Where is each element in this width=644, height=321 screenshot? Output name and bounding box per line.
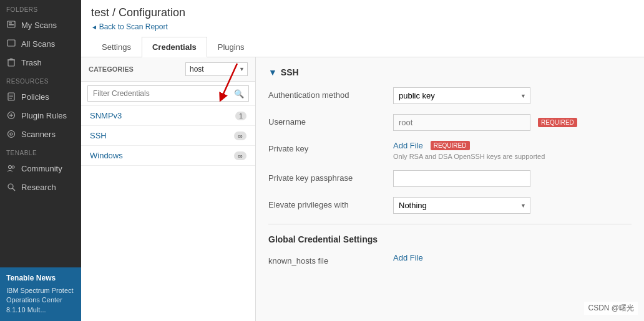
auth-method-select-wrapper[interactable]: public key password certificate xyxy=(393,87,530,104)
svg-rect-2 xyxy=(9,24,14,26)
svg-point-16 xyxy=(9,166,12,169)
private-key-add-file-link[interactable]: Add File xyxy=(393,141,423,150)
content-area: CATEGORIES host 🔍 SNMPv3 1 SSH ∞ xyxy=(81,57,644,321)
elevate-group: Elevate privileges with Nothing sudo su … xyxy=(268,197,632,214)
collapse-icon[interactable]: ▼ xyxy=(268,67,277,77)
svg-point-18 xyxy=(8,184,13,189)
scanners-icon xyxy=(6,129,16,139)
svg-rect-4 xyxy=(8,60,14,66)
sidebar: FOLDERS My Scans All Scans Trash RESOURC… xyxy=(0,0,81,321)
sidebar-item-policies[interactable]: Policies xyxy=(0,87,81,106)
cred-count-snmpv3: 1 xyxy=(235,112,246,120)
page-header: test / Configuration Back to Scan Report… xyxy=(81,0,644,57)
elevate-control: Nothing sudo su pbrun xyxy=(393,197,632,214)
policies-icon xyxy=(6,92,16,102)
cred-name-windows: Windows xyxy=(90,151,123,160)
known-hosts-control: Add File xyxy=(393,253,632,262)
svg-rect-3 xyxy=(7,40,15,46)
news-content: IBM Spectrum Protect Operations Center 8… xyxy=(6,286,75,315)
svg-rect-6 xyxy=(10,59,12,60)
global-cred-title: Global Credential Settings xyxy=(268,234,632,244)
tab-settings[interactable]: Settings xyxy=(91,37,142,57)
credential-list: SNMPv3 1 SSH ∞ Windows ∞ xyxy=(81,106,255,321)
svg-line-19 xyxy=(12,188,15,191)
folders-label: FOLDERS xyxy=(0,0,81,16)
filter-credentials-input[interactable] xyxy=(87,85,249,102)
auth-method-dropdown[interactable]: public key password certificate xyxy=(393,87,530,104)
resources-label: RESOURCES xyxy=(0,72,81,87)
svg-rect-9 xyxy=(9,97,13,97)
private-key-group: Private key Add File REQUIRED Only RSA a… xyxy=(268,141,632,160)
elevate-dropdown[interactable]: Nothing sudo su pbrun xyxy=(393,197,530,214)
sidebar-item-research[interactable]: Research xyxy=(0,178,81,196)
auth-method-group: Authentication method public key passwor… xyxy=(268,87,632,104)
svg-point-14 xyxy=(8,131,15,138)
watermark: CSDN @曙光 xyxy=(584,302,638,315)
tab-bar: Settings Credentials Plugins xyxy=(91,36,634,57)
cred-count-ssh: ∞ xyxy=(234,132,246,140)
elevate-select-wrapper[interactable]: Nothing sudo su pbrun xyxy=(393,197,530,214)
known-hosts-add-file-link[interactable]: Add File xyxy=(393,253,632,262)
my-scans-label: My Scans xyxy=(21,21,57,30)
sidebar-item-my-scans[interactable]: My Scans xyxy=(0,16,81,34)
passphrase-control xyxy=(393,170,632,187)
trash-icon xyxy=(6,57,16,67)
cred-item-windows[interactable]: Windows ∞ xyxy=(81,146,255,166)
cred-name-ssh: SSH xyxy=(90,131,107,140)
category-select-wrapper[interactable]: host xyxy=(185,62,248,76)
page-title: test / Configuration xyxy=(91,6,634,19)
categories-label: CATEGORIES xyxy=(89,65,134,73)
cred-count-windows: ∞ xyxy=(234,151,246,160)
private-key-label: Private key xyxy=(268,141,393,153)
auth-method-label: Authentication method xyxy=(268,87,393,100)
auth-method-control: public key password certificate xyxy=(393,87,632,104)
sidebar-item-plugin-rules[interactable]: Plugin Rules xyxy=(0,106,81,125)
private-key-control: Add File REQUIRED Only RSA and DSA OpenS… xyxy=(393,141,632,160)
tenable-news-panel: Tenable News IBM Spectrum Protect Operat… xyxy=(0,267,81,321)
category-dropdown[interactable]: host xyxy=(185,62,248,76)
passphrase-input[interactable] xyxy=(393,170,530,187)
svg-point-17 xyxy=(12,166,14,168)
plugin-rules-label: Plugin Rules xyxy=(21,111,67,120)
username-label: Username xyxy=(268,114,393,127)
section-divider xyxy=(268,224,632,224)
tenable-label: TENABLE xyxy=(0,143,81,159)
private-key-required-badge: REQUIRED xyxy=(431,141,470,150)
known-hosts-group: known_hosts file Add File xyxy=(268,253,632,266)
username-required-badge: REQUIRED xyxy=(538,118,577,127)
cred-item-snmpv3[interactable]: SNMPv3 1 xyxy=(81,106,255,126)
filter-row: 🔍 xyxy=(81,82,255,106)
known-hosts-label: known_hosts file xyxy=(268,253,393,266)
sidebar-item-all-scans[interactable]: All Scans xyxy=(0,34,81,53)
sidebar-item-scanners[interactable]: Scanners xyxy=(0,125,81,143)
private-key-hint: Only RSA and DSA OpenSSH keys are suppor… xyxy=(393,153,632,160)
main-content: test / Configuration Back to Scan Report… xyxy=(81,0,644,321)
svg-rect-8 xyxy=(9,95,13,95)
policies-label: Policies xyxy=(21,92,49,102)
search-icon: 🔍 xyxy=(234,89,244,98)
my-scans-icon xyxy=(6,20,16,30)
community-label: Community xyxy=(21,164,62,173)
elevate-label: Elevate privileges with xyxy=(268,197,393,209)
cred-item-ssh[interactable]: SSH ∞ xyxy=(81,126,255,146)
ssh-section-header: ▼ SSH xyxy=(268,67,632,77)
passphrase-label: Private key passphrase xyxy=(268,170,393,183)
ssh-settings-panel: ▼ SSH Authentication method public key p… xyxy=(256,57,644,321)
username-control: REQUIRED xyxy=(393,114,632,131)
plugin-rules-icon xyxy=(6,110,16,120)
username-input[interactable] xyxy=(393,114,530,131)
svg-point-15 xyxy=(10,133,12,135)
categories-header: CATEGORIES host xyxy=(81,57,255,82)
cred-name-snmpv3: SNMPv3 xyxy=(90,111,122,120)
scanners-label: Scanners xyxy=(21,130,56,139)
research-label: Research xyxy=(21,183,56,192)
sidebar-item-trash[interactable]: Trash xyxy=(0,53,81,72)
credentials-left-panel: CATEGORIES host 🔍 SNMPv3 1 SSH ∞ xyxy=(81,57,256,321)
research-icon xyxy=(6,182,16,192)
sidebar-item-community[interactable]: Community xyxy=(0,159,81,178)
news-title: Tenable News xyxy=(6,274,75,282)
back-link[interactable]: Back to Scan Report xyxy=(91,22,168,31)
ssh-title: SSH xyxy=(281,67,299,77)
tab-plugins[interactable]: Plugins xyxy=(207,37,255,57)
tab-credentials[interactable]: Credentials xyxy=(142,37,207,57)
